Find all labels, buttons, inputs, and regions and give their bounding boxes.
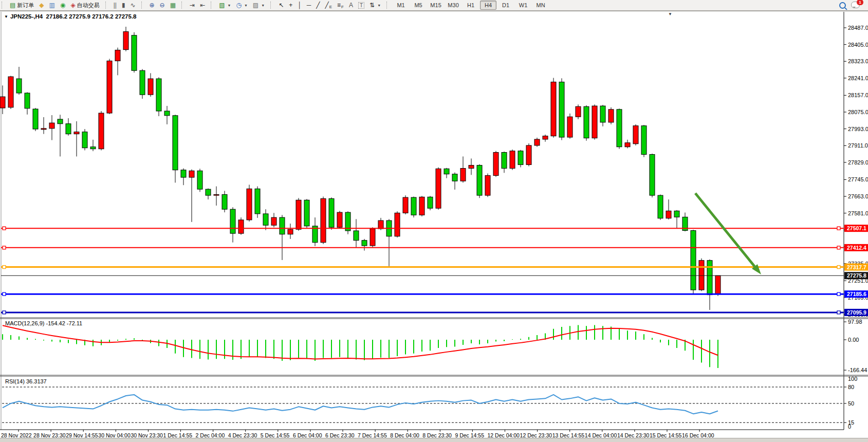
macd-tick-label: 97.98 bbox=[848, 319, 862, 325]
price-tick-label: 28323.0 bbox=[848, 58, 868, 64]
timeframe-h4-button[interactable]: H4 bbox=[480, 1, 496, 10]
candle-body bbox=[625, 143, 630, 147]
hline-handle[interactable] bbox=[3, 266, 6, 269]
channel-button[interactable]: ╱E bbox=[322, 0, 335, 10]
crosshair-button[interactable]: + bbox=[286, 0, 295, 10]
candle-body bbox=[526, 145, 531, 164]
icon-subscript: E bbox=[329, 5, 332, 10]
vertical-line-icon: │ bbox=[298, 1, 302, 10]
candle-body bbox=[280, 217, 285, 234]
hline-handle[interactable] bbox=[3, 292, 6, 296]
rsi-level-label: 50 bbox=[848, 400, 854, 407]
hline-handle[interactable] bbox=[837, 266, 840, 269]
candle-body bbox=[485, 175, 490, 195]
price-tick-label: 28487.0 bbox=[848, 25, 868, 31]
chevron-down-icon[interactable]: ▼ bbox=[261, 4, 265, 7]
new-chart-button[interactable]: ▧▼ bbox=[216, 0, 233, 10]
toolbar-grip bbox=[181, 2, 184, 9]
chevron-down-icon[interactable]: ▼ bbox=[227, 4, 231, 7]
hline-handle[interactable] bbox=[3, 311, 6, 314]
charts-button[interactable]: ◆ bbox=[36, 0, 46, 10]
candle-body bbox=[189, 171, 194, 177]
timeframe-m30-button[interactable]: M30 bbox=[445, 1, 461, 10]
hline-handle[interactable] bbox=[837, 292, 840, 296]
cursor-button[interactable]: ↖ bbox=[276, 0, 286, 10]
candle-body bbox=[41, 128, 46, 130]
auto-scroll-button[interactable]: ⇥ bbox=[187, 0, 197, 10]
hline-handle[interactable] bbox=[837, 227, 840, 230]
templates-button[interactable]: ▨▼ bbox=[250, 0, 267, 10]
arrows-button[interactable]: ⇅▼ bbox=[367, 0, 383, 10]
candle-body bbox=[0, 97, 5, 108]
candle-body bbox=[90, 147, 96, 149]
crosshair-icon: + bbox=[289, 1, 292, 10]
new-order-button[interactable]: ▤新订单 bbox=[7, 0, 36, 10]
trendline-button[interactable]: ╱ bbox=[313, 0, 322, 10]
zoom-in-button[interactable]: ⊕ bbox=[147, 0, 157, 10]
main-toolbar: ▤新订单◆▥◉◈自动交易||▮∿⊕⊖▦⇥⇤▧▼◷▼▨▼↖+│─╱╱E≡FAT⇅▼… bbox=[0, 0, 868, 11]
text-button[interactable]: A bbox=[346, 0, 356, 10]
candle-body bbox=[617, 109, 622, 147]
candle-body bbox=[419, 197, 424, 215]
chart-plot[interactable]: 28487.028405.028323.028241.028157.028075… bbox=[0, 11, 868, 438]
chart-shift-icon: ⇤ bbox=[200, 1, 205, 10]
macd-tick-label: -166.44 bbox=[848, 367, 867, 373]
candle-body bbox=[707, 261, 712, 295]
hline-handle[interactable] bbox=[3, 246, 6, 249]
timeframe-m5-button[interactable]: M5 bbox=[410, 1, 427, 10]
candlestick-button[interactable]: ▮ bbox=[119, 0, 128, 10]
timeframe-d1-button[interactable]: D1 bbox=[497, 1, 514, 10]
collapse-icon[interactable]: ▼ bbox=[4, 14, 8, 19]
auto-trading-icon: ◈ bbox=[70, 1, 75, 10]
chart-title: ▼JPN225-,H4 27186.2 27275.9 27176.2 2727… bbox=[4, 13, 136, 20]
hline-handle[interactable] bbox=[837, 246, 840, 249]
candle-body bbox=[148, 79, 153, 95]
timeframe-mn-button[interactable]: MN bbox=[532, 1, 549, 10]
candle-body bbox=[362, 241, 367, 246]
text-label-button[interactable]: T bbox=[356, 0, 367, 10]
macd-value: -154.42 bbox=[46, 320, 65, 326]
candle-body bbox=[197, 171, 202, 189]
candle-body bbox=[58, 119, 63, 124]
candle-body bbox=[238, 220, 244, 233]
rsi-value: 36.3137 bbox=[26, 378, 47, 384]
candle-body bbox=[436, 169, 441, 208]
timeframe-m1-button[interactable]: M1 bbox=[393, 1, 409, 10]
line-chart-button[interactable]: ∿ bbox=[127, 0, 138, 10]
candle-body bbox=[674, 211, 679, 217]
candle-body bbox=[304, 200, 309, 226]
horizontal-scrollbar[interactable] bbox=[0, 438, 868, 442]
horizontal-line-button[interactable]: ─ bbox=[304, 0, 314, 10]
candle-body bbox=[502, 152, 507, 168]
hline-handle[interactable] bbox=[837, 311, 840, 314]
zoom-out-button[interactable]: ⊖ bbox=[157, 0, 168, 10]
chart-shift-button[interactable]: ⇤ bbox=[197, 0, 208, 10]
candle-body bbox=[576, 106, 581, 117]
hline-price-text: 27412.4 bbox=[847, 245, 866, 251]
terminal-window: ▤新订单◆▥◉◈自动交易||▮∿⊕⊖▦⇥⇤▧▼◷▼▨▼↖+│─╱╱E≡FAT⇅▼… bbox=[0, 0, 868, 442]
candle-body bbox=[600, 106, 605, 122]
search-icon[interactable] bbox=[839, 2, 846, 9]
chart-shift-marker-icon[interactable]: ▼ bbox=[668, 12, 672, 16]
fibonacci-button[interactable]: ≡F bbox=[335, 0, 346, 10]
timeframe-h1-button[interactable]: H1 bbox=[463, 1, 479, 10]
candle-body bbox=[181, 170, 186, 177]
candle-body bbox=[214, 195, 219, 196]
auto-trading-button[interactable]: ◈自动交易 bbox=[68, 0, 102, 10]
hline-handle[interactable] bbox=[3, 227, 6, 230]
channel-icon: ╱ bbox=[325, 1, 328, 10]
timeframe-w1-button[interactable]: W1 bbox=[515, 1, 531, 10]
market-watch-button[interactable]: ▥ bbox=[47, 0, 58, 10]
chevron-down-icon[interactable]: ▼ bbox=[244, 4, 248, 7]
timeframe-m15-button[interactable]: M15 bbox=[428, 1, 444, 10]
periods-button[interactable]: ◷▼ bbox=[233, 0, 250, 10]
price-tick-label: 27829.0 bbox=[848, 159, 868, 165]
chevron-down-icon[interactable]: ▼ bbox=[377, 4, 381, 7]
line-chart-icon: ∿ bbox=[130, 1, 135, 10]
bar-chart-button[interactable]: || bbox=[111, 0, 119, 10]
vertical-line-button[interactable]: │ bbox=[295, 0, 304, 10]
candle-body bbox=[608, 109, 614, 122]
signals-button[interactable]: ◉ bbox=[58, 0, 68, 10]
tile-windows-button[interactable]: ▦ bbox=[168, 0, 178, 10]
icon-subscript: F bbox=[341, 5, 344, 10]
